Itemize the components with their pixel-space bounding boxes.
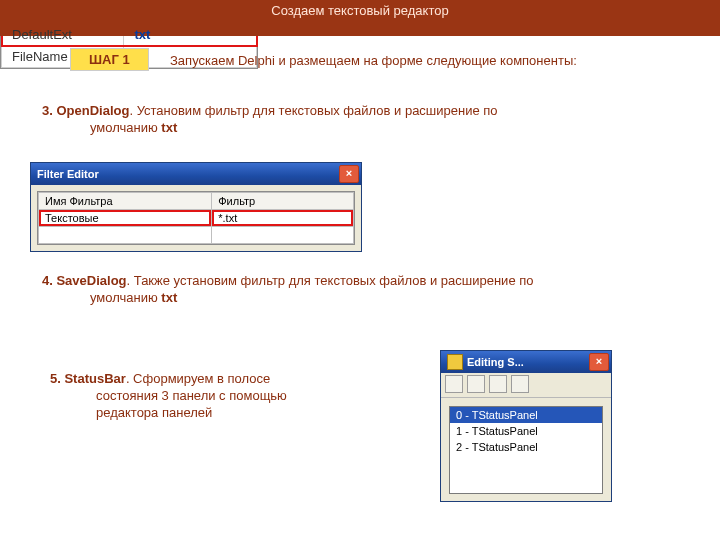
delete-panel-button[interactable]: [467, 375, 485, 393]
step-row: ШАГ 1 Запускаем Delphi и размещаем на фо…: [70, 48, 690, 71]
instruction-5-lead: 5. StatusBar: [50, 371, 126, 386]
instruction-4-cont: умолчанию: [90, 290, 161, 305]
step-intro-text: Запускаем Delphi и размещаем на форме сл…: [170, 53, 577, 68]
filter-name-cell[interactable]: Текстовые: [39, 210, 212, 227]
filter-editor-grid[interactable]: Имя Фильтра Фильтр Текстовые *.txt: [37, 191, 355, 245]
filter-editor-row-1[interactable]: Текстовые *.txt: [39, 210, 354, 227]
panels-editor-toolbar: [441, 373, 611, 398]
panels-editor-title: Editing S...: [467, 356, 524, 368]
panels-list[interactable]: 0 - TStatusPanel 1 - TStatusPanel 2 - TS…: [449, 406, 603, 494]
instruction-3-cont: умолчанию: [90, 120, 161, 135]
panels-editor-titlebar[interactable]: Editing S... ×: [441, 351, 611, 373]
instruction-5-cont1: состояния 3 панели с помощью: [50, 387, 310, 404]
page-header-title: Создаем текстовый редактор: [271, 3, 448, 18]
step-badge: ШАГ 1: [70, 48, 149, 71]
instruction-3: 3. OpenDialog. Установим фильтр для текс…: [42, 102, 602, 136]
instruction-4-bold: txt: [161, 290, 177, 305]
filter-editor-col1: Имя Фильтра: [39, 193, 212, 210]
list-item[interactable]: 0 - TStatusPanel: [450, 407, 602, 423]
instruction-5: 5. StatusBar. Сформируем в полосе состоя…: [50, 370, 310, 421]
panels-editor-window: Editing S... × 0 - TStatusPanel 1 - TSta…: [440, 350, 612, 502]
filter-editor-row-empty[interactable]: [39, 227, 354, 244]
instruction-4: 4. SaveDialog. Также установим фильтр дл…: [42, 272, 632, 306]
app-icon: [447, 354, 463, 370]
prop-name-defaultext: DefaultExt: [2, 24, 124, 46]
filter-mask-cell[interactable]: *.txt: [212, 210, 354, 227]
instruction-4-rest: . Также установим фильтр для текстовых ф…: [127, 273, 534, 288]
move-up-button[interactable]: [489, 375, 507, 393]
filter-editor-window: Filter Editor × Имя Фильтра Фильтр Текст…: [30, 162, 362, 252]
instruction-4-lead: 4. SaveDialog: [42, 273, 127, 288]
filter-editor-header-row: Имя Фильтра Фильтр: [39, 193, 354, 210]
inspector-row-defaultext[interactable]: DefaultExt txt: [2, 24, 257, 46]
list-item[interactable]: 2 - TStatusPanel: [450, 439, 602, 455]
list-item[interactable]: 1 - TStatusPanel: [450, 423, 602, 439]
prop-val-defaultext[interactable]: txt: [124, 24, 257, 46]
close-icon[interactable]: ×: [589, 353, 609, 371]
instruction-5-cont2: редактора панелей: [50, 404, 310, 421]
add-panel-button[interactable]: [445, 375, 463, 393]
filter-editor-titlebar[interactable]: Filter Editor ×: [31, 163, 361, 185]
filter-editor-col2: Фильтр: [212, 193, 354, 210]
instruction-3-rest: . Установим фильтр для текстовых файлов …: [129, 103, 497, 118]
instruction-5-rest: . Сформируем в полосе: [126, 371, 270, 386]
instruction-3-bold: txt: [161, 120, 177, 135]
filter-editor-title: Filter Editor: [37, 168, 99, 180]
move-down-button[interactable]: [511, 375, 529, 393]
instruction-3-lead: 3. OpenDialog: [42, 103, 129, 118]
close-icon[interactable]: ×: [339, 165, 359, 183]
